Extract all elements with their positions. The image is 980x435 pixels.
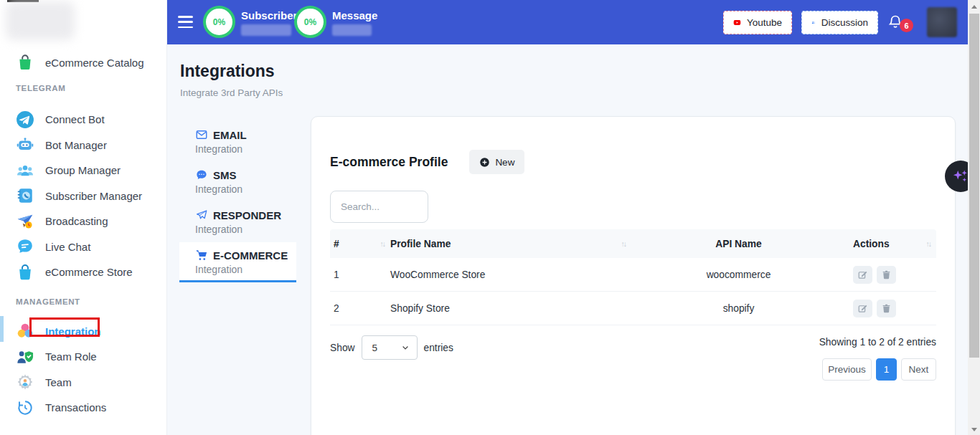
subnav-title: E-COMMERCE [213,249,288,262]
subnav-item-sms[interactable]: SMS Integration [179,162,296,202]
subscriber-stat-label: Subscriber [241,9,297,21]
table-row: 1 WooCommerce Store woocommerce [330,258,936,292]
sidebar-item-live-chat[interactable]: Live Chat [0,234,166,260]
page-subtitle: Integrate 3rd Party APIs [180,87,283,98]
sidebar-item-label: eCommerce Store [45,266,133,278]
youtube-button[interactable]: Youtube [723,11,792,34]
paper-plane-icon [195,209,208,221]
users-icon [811,16,816,29]
panel-title: E-commerce Profile [330,155,448,170]
vertical-scrollbar[interactable] [968,0,980,435]
gear-person-icon [16,373,34,391]
page-title: Integrations [180,62,275,81]
profile-name-cell: WooCommerce Store [390,269,485,280]
sidebar-item-label: Group Manager [45,164,121,176]
hamburger-menu-icon[interactable] [178,16,193,28]
sidebar-item-team[interactable]: Team [0,370,166,396]
table-row: 2 Shopify Store shopify [330,292,936,325]
sidebar-item-label: Integration [45,325,101,338]
api-name-cell: woocommerce [631,269,846,280]
sidebar-item-integration[interactable]: Integration [0,319,166,345]
row-number: 2 [334,303,339,314]
previous-page-button[interactable]: Previous [822,358,872,381]
delete-button[interactable] [877,300,896,317]
subnav-item-responder[interactable]: RESPONDER Integration [179,202,296,242]
row-number: 1 [334,269,339,280]
sidebar-item-team-role[interactable]: Team Role [0,344,166,370]
active-item-indicator [0,316,4,342]
column-header-api-name[interactable]: API Name [631,239,846,249]
column-header-actions[interactable]: Actions [853,239,890,249]
subnav-item-ecommerce[interactable]: E-COMMERCE Integration [179,242,296,282]
sidebar-item-group-manager[interactable]: Group Manager [0,158,166,183]
new-button[interactable]: New [469,150,524,174]
api-name-cell: shopify [631,303,846,314]
sort-icon[interactable]: ↑↓ [926,239,937,248]
page-size-select[interactable]: 5 [362,335,418,360]
current-page-button[interactable]: 1 [876,358,897,381]
edit-button[interactable] [853,266,872,284]
profile-name-cell: Shopify Store [390,303,450,314]
sort-icon[interactable]: ↑↓ [380,239,391,248]
subscriber-stat: 0% Subscriber [203,6,297,38]
shield-person-icon [16,348,34,366]
subnav-subtitle: Integration [195,183,296,195]
sidebar-section-telegram: TELEGRAM [0,82,166,95]
message-stat-label: Message [332,9,377,21]
discussion-button[interactable]: Discussion [801,11,878,34]
youtube-button-label: Youtube [747,17,782,28]
sidebar-item-connect-bot[interactable]: Connect Bot [0,107,166,133]
page-size-value: 5 [372,343,378,353]
scrollbar-up-arrow-icon[interactable] [971,5,977,9]
message-progress-ring: 0% [294,6,326,38]
edit-icon [857,269,868,280]
integration-subnav: EMAIL Integration SMS Integration RESPON… [179,122,296,282]
new-button-label: New [495,157,514,168]
sidebar-item-subscriber-manager[interactable]: Subscriber Manager [0,183,166,209]
contact-book-icon [16,186,34,205]
next-page-button[interactable]: Next [901,358,936,381]
entries-label: entries [424,343,453,353]
chat-bubble-icon [16,237,34,256]
sidebar-item-label: Connect Bot [45,113,105,125]
search-input[interactable] [330,191,428,223]
chevron-down-icon [401,343,410,352]
edit-button[interactable] [853,300,872,317]
scrollbar-down-arrow-icon[interactable] [971,428,977,431]
user-avatar-blurred[interactable] [927,7,957,37]
subscriber-stat-value-blurred [241,24,291,36]
sidebar-item-ecommerce-catalog[interactable]: eCommerce Catalog [0,52,166,73]
message-stat: 0% Message [294,6,377,38]
sidebar-item-label: Transactions [45,401,106,414]
notification-count-badge[interactable]: 6 [900,19,913,32]
sidebar-section-management: MANAGEMENT [0,295,166,308]
sidebar-item-broadcasting[interactable]: Broadcasting [0,209,166,234]
broadcast-icon [16,212,34,231]
subnav-item-email[interactable]: EMAIL Integration [179,122,296,162]
sidebar-item-label: Bot Manager [45,139,107,151]
column-header-profile-name[interactable]: Profile Name [390,239,451,249]
sidebar-item-ecommerce-store[interactable]: eCommerce Store [0,259,166,285]
sidebar-item-transactions[interactable]: Transactions [0,395,166,421]
delete-button[interactable] [877,266,896,284]
column-header-num[interactable]: # [334,239,339,249]
subnav-subtitle: Integration [195,224,296,235]
subnav-title: SMS [213,169,237,181]
subnav-subtitle: Integration [195,143,296,155]
discussion-button-label: Discussion [821,17,868,28]
sort-icon[interactable]: ↑↓ [621,239,632,248]
plus-circle-icon [479,157,490,168]
green-bag-icon [16,53,34,72]
integration-circles-icon [16,322,34,340]
sms-bubble-icon [195,168,208,181]
group-icon [16,161,34,180]
sidebar-item-label: Team [45,376,72,388]
sidebar-item-bot-manager[interactable]: Bot Manager [0,133,166,158]
table-header-row: # ↑↓ Profile Name ↑↓ API Name Actions ↑↓ [330,229,936,258]
scrollbar-thumb[interactable] [969,14,979,358]
sidebar-item-label: eCommerce Catalog [45,57,144,69]
show-label: Show [330,343,355,353]
youtube-icon [733,17,741,28]
trash-icon [881,303,892,314]
robot-icon [16,135,34,154]
